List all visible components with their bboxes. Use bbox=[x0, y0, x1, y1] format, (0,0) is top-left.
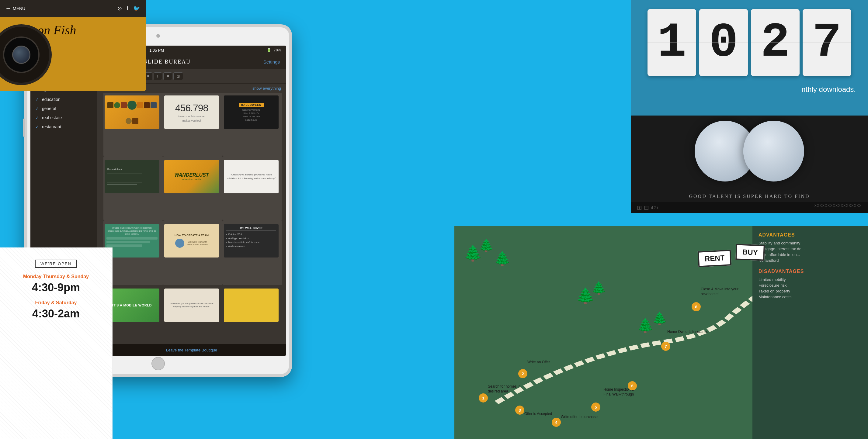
category-education[interactable]: ✓ education bbox=[30, 95, 97, 104]
ipad-camera bbox=[156, 34, 160, 38]
template-elem-thumb: Dragée jujubes ipsum sweet roll caramels… bbox=[104, 224, 159, 257]
path-node-2: 2 bbox=[518, 369, 527, 378]
template-elem-name: Elementary My Dear (2) bbox=[104, 259, 159, 263]
jf-menu-button[interactable]: ☰ MENU bbox=[6, 6, 25, 11]
path-label-6: Home Inspection &Final Walk-through bbox=[603, 387, 646, 397]
camera-lens bbox=[12, 45, 30, 64]
path-label-2: Write an Offer bbox=[527, 360, 570, 365]
settings-button[interactable]: Settings bbox=[264, 59, 280, 64]
template-yellow-thumb bbox=[224, 288, 279, 322]
show-everything-button[interactable]: show everything bbox=[252, 86, 281, 91]
leave-boutique-bar: Leave the Template Boutique bbox=[97, 344, 286, 356]
dis-item-3: Taxed on property bbox=[758, 289, 862, 293]
path-node-6: 6 bbox=[628, 381, 637, 390]
balloon-icon bbox=[175, 239, 184, 248]
template-bestiary-thumb: WANDERLUST adventure awaits bbox=[164, 160, 219, 193]
restaurant-hours-card: WE'RE OPEN Monday-Thursday & Sunday 4:30… bbox=[0, 248, 113, 439]
leave-boutique-button[interactable]: Leave the Template Boutique bbox=[166, 348, 217, 352]
template-1965-prints[interactable]: 1965 Prints (5) bbox=[102, 93, 162, 157]
flip-digit-2: 0 bbox=[699, 9, 748, 76]
path-node-7: 7 bbox=[661, 342, 670, 351]
template-yellow[interactable] bbox=[221, 286, 281, 346]
layout-center-button[interactable]: ≡ bbox=[163, 72, 172, 80]
path-node-4: 4 bbox=[552, 418, 561, 427]
adv-item-1: Stability and community bbox=[758, 241, 862, 245]
rent-buy-widget: 🌲 🌲 🌲 🌲 🌲 🌲 🌲 1 Search for homes in desi… bbox=[454, 226, 868, 439]
rh-open-badge: WE'RE OPEN bbox=[35, 260, 77, 268]
adv-item-3: More affordable in lon... bbox=[758, 252, 862, 257]
talent-circle-right bbox=[743, 121, 804, 182]
template-chalk-thumb: Ronald Park bbox=[104, 160, 159, 193]
template-cover-name: G... (x) bbox=[224, 259, 279, 263]
rh-days-1: Monday-Thursday & Sunday bbox=[9, 274, 103, 279]
check-icon-restaurant: ✓ bbox=[35, 124, 39, 129]
adv-item-2: Mortgage-interest tax de... bbox=[758, 247, 862, 251]
bignums-sub: How cute this number bbox=[178, 115, 205, 118]
check-icon-general: ✓ bbox=[35, 106, 39, 111]
rh-content: WE'RE OPEN Monday-Thursday & Sunday 4:30… bbox=[0, 248, 112, 332]
path-node-3: 3 bbox=[515, 406, 524, 415]
path-node-8: 8 bbox=[691, 302, 701, 311]
instagram-icon[interactable]: ⊙ bbox=[117, 5, 122, 12]
template-celebrations[interactable]: HALLOWEEN Serving VampireKiss & Witch'sB… bbox=[221, 93, 281, 157]
template-classic-thumb: "Creativity is allowing yourself to make… bbox=[224, 160, 279, 193]
template-big-numbers[interactable]: 456.798 How cute this number makes you f… bbox=[162, 93, 221, 157]
jf-nav-bar: ☰ MENU ⊙ f 🐦 bbox=[0, 0, 146, 17]
twitter-icon[interactable]: 🐦 bbox=[133, 5, 140, 12]
template-bestiary[interactable]: WANDERLUST adventure awaits Civilized Be… bbox=[162, 157, 221, 222]
path-label-7: Home Owner's Insurance bbox=[667, 330, 710, 335]
celebrations-sub: Serving VampireKiss & Witch'sBrew till t… bbox=[242, 108, 260, 122]
template-bestiary-name: Civilized Bestiary (8) bbox=[164, 195, 219, 199]
disadvantages-title: DISADVANTAGES bbox=[758, 269, 862, 274]
menu-label: MENU bbox=[13, 6, 25, 11]
template-cover[interactable]: WE WILL COVER •Point or Well •Add type f… bbox=[221, 222, 281, 286]
rh-days-2: Friday & Saturday bbox=[9, 300, 103, 306]
template-wherever[interactable]: "Whenever you find yourself on the side … bbox=[162, 286, 221, 346]
template-grid: 1965 Prints (5) 456.798 How cute this nu… bbox=[97, 93, 286, 346]
camera-inner bbox=[3, 36, 39, 73]
buy-sign: BUY bbox=[735, 244, 765, 260]
template-bignums-name: Big Numbers (3) bbox=[164, 131, 219, 135]
template-classic-name: Classic Gray (3) bbox=[224, 195, 279, 199]
flip-digit-1: 1 bbox=[648, 9, 696, 76]
rent-sign: RENT bbox=[698, 250, 732, 267]
facebook-icon[interactable]: f bbox=[127, 5, 128, 12]
template-1965-thumb bbox=[104, 95, 159, 129]
template-etched-name: Etched (5) bbox=[164, 259, 219, 263]
template-celebrations-thumb: HALLOWEEN Serving VampireKiss & Witch'sB… bbox=[224, 95, 279, 129]
flip-digits-row: 1 0 2 7 bbox=[631, 0, 868, 85]
dis-item-2: Foreclosure risk bbox=[758, 283, 862, 288]
battery-icon: 🔋 bbox=[267, 48, 271, 52]
ipad-home-button[interactable] bbox=[151, 357, 165, 370]
flip-digit-3: 2 bbox=[751, 9, 800, 76]
category-restaurant[interactable]: ✓ restaurant bbox=[30, 122, 97, 131]
flip-counter-widget: 1 0 2 7 nthly downloads. bbox=[631, 0, 868, 116]
path-node-1: 1 bbox=[479, 394, 488, 403]
flip-monthly-label: nthly downloads. bbox=[631, 85, 868, 94]
layout-columns-button[interactable]: ⫶ bbox=[154, 72, 162, 80]
category-real-estate[interactable]: ✓ real estate bbox=[30, 113, 97, 122]
layout-image-button[interactable]: ⊡ bbox=[173, 72, 183, 80]
rh-hours-2: 4:30-2am bbox=[9, 307, 103, 320]
rh-hours-1: 4:30-9pm bbox=[9, 281, 103, 294]
category-restaurant-label: restaurant bbox=[42, 124, 61, 129]
category-education-label: education bbox=[42, 97, 61, 102]
path-label-8: Close & Move into your new home! bbox=[701, 287, 743, 296]
main-panel: Layouts All ⊞ ≡ ⫶ ≡ ⊡ 150/150 Templates … bbox=[97, 69, 286, 356]
path-label-4: Write offer to purchase bbox=[561, 415, 603, 419]
category-general[interactable]: ✓ general bbox=[30, 104, 97, 113]
template-chalkboards[interactable]: Ronald Park Chalkboards For All (2) bbox=[102, 157, 162, 222]
template-cover-thumb: WE WILL COVER •Point or Well •Add type f… bbox=[224, 224, 279, 257]
path-node-5: 5 bbox=[591, 403, 600, 412]
template-etched[interactable]: HOW TO CREATE A TEAM Build your team wit… bbox=[162, 222, 221, 286]
template-classic-gray[interactable]: "Creativity is allowing yourself to make… bbox=[221, 157, 281, 222]
flip-digit-4: 7 bbox=[803, 9, 851, 76]
advantages-title: ADVANTAGES bbox=[758, 232, 862, 238]
adv-item-4: No landlord bbox=[758, 258, 862, 263]
status-right: 🔋 78% bbox=[267, 48, 281, 52]
template-celebrations-name: Celebrations (1) bbox=[224, 131, 279, 135]
ipad-side-button[interactable] bbox=[23, 119, 25, 137]
big-number-value: 456.798 bbox=[175, 102, 208, 114]
check-icon-education: ✓ bbox=[35, 97, 39, 102]
category-general-label: general bbox=[42, 106, 56, 111]
